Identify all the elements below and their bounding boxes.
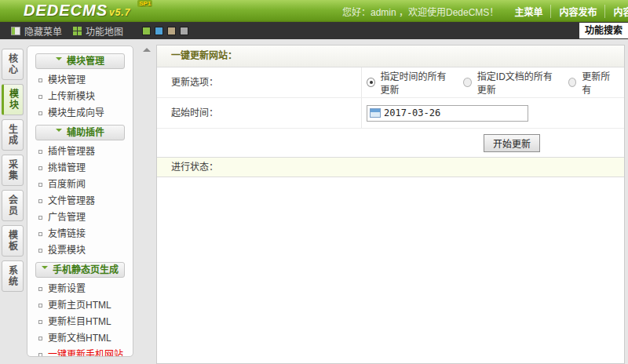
update-option-label: 更新选项： (157, 67, 362, 97)
status-title: 进行状态： (157, 157, 624, 177)
tab-generate[interactable]: 生成 (2, 119, 24, 151)
start-time-label: 起始时间： (157, 98, 362, 128)
bullet-icon (38, 304, 42, 308)
bullet-icon (38, 111, 42, 115)
sidebar-menu: 模块管理 模块管理 上传新模块 模块生成向导 辅助插件 插件管理器 挑错管理 百… (27, 46, 133, 357)
tab-template[interactable]: 模板 (2, 225, 24, 257)
bullet-icon (38, 320, 42, 324)
section-module-management[interactable]: 模块管理 (35, 53, 125, 69)
date-input-box (367, 105, 528, 122)
sidebar-item-upload-module[interactable]: 上传新模块 (27, 89, 133, 105)
update-option-row: 更新选项： 指定时间的所有更新 指定ID文档的所有更新 更新所有 (157, 67, 624, 98)
top-header: DEDECMSv5.7 SP1 您好：admin ，欢迎使用DedeCMS！ 主… (0, 0, 628, 22)
sidebar-item-update-home-html[interactable]: 更新主页HTML (27, 297, 133, 314)
tab-collect[interactable]: 采集 (2, 155, 24, 186)
side-tabs: 核心 模块 生成 采集 会员 模板 系统 (2, 49, 25, 296)
section-auxiliary-plugins[interactable]: 辅助插件 (35, 125, 125, 140)
theme-swatch-blue[interactable] (155, 27, 163, 35)
bullet-icon (38, 95, 42, 99)
start-time-row: 起始时间： (157, 98, 624, 129)
radio-update-all[interactable]: 更新所有 (568, 69, 614, 96)
sidebar-item-baidu-news[interactable]: 百度新闻 (27, 177, 133, 193)
panel-title: 一键更新网站： (157, 46, 624, 67)
dedecms-admin-page: DEDECMSv5.7 SP1 您好：admin ，欢迎使用DedeCMS！ 主… (0, 0, 628, 364)
sidebar-item-vote-module[interactable]: 投票模块 (27, 242, 133, 259)
button-row: 开始更新 (157, 129, 624, 157)
theme-swatch-green[interactable] (142, 27, 151, 35)
function-map-label: 功能地图 (86, 24, 123, 38)
radio-unselected-icon (568, 78, 576, 87)
header-menu: 主菜单 内容发布 内容维护 系统 (506, 5, 628, 16)
menu-item-main-menu[interactable]: 主菜单 (506, 5, 550, 18)
bullet-icon (38, 78, 42, 82)
version-label: v5.7 (109, 7, 130, 18)
tab-core[interactable]: 核心 (2, 49, 24, 80)
sidebar-item-update-doc-html[interactable]: 更新文档HTML (27, 330, 133, 347)
theme-color-swatches (142, 27, 192, 35)
sidebar-item-file-manager[interactable]: 文件管理器 (27, 193, 133, 209)
radio-selected-icon (367, 78, 375, 87)
header-right: 您好：admin ，欢迎使用DedeCMS！ 主菜单 内容发布 内容维护 系统 (342, 0, 628, 22)
theme-swatch-gray[interactable] (180, 27, 188, 35)
bullet-icon (38, 150, 42, 154)
tab-member[interactable]: 会员 (2, 190, 24, 221)
hide-menu-icon (11, 27, 20, 35)
menu-scroll-up-arrow[interactable] (143, 48, 151, 52)
sp1-badge: SP1 (137, 0, 152, 7)
function-search-button[interactable]: 功能搜索 (579, 23, 628, 38)
sidebar-item-plugin-manager[interactable]: 插件管理器 (27, 144, 133, 160)
toolbar: 隐藏菜单 功能地图 功能搜索 (0, 22, 628, 39)
hide-menu-label: 隐藏菜单 (24, 24, 62, 38)
function-map-icon (73, 27, 82, 35)
tab-module[interactable]: 模块 (2, 84, 24, 115)
radio-unselected-icon (463, 78, 472, 87)
bullet-icon (38, 287, 42, 291)
update-option-value: 指定时间的所有更新 指定ID文档的所有更新 更新所有 (362, 67, 624, 97)
sidebar-item-module-wizard[interactable]: 模块生成向导 (27, 105, 133, 122)
bullet-icon (38, 216, 42, 220)
sidebar-item-update-settings[interactable]: 更新设置 (27, 281, 133, 297)
greeting-text: 您好：admin ，欢迎使用DedeCMS！ (342, 5, 498, 18)
section-mobile-static-pages[interactable]: 手机静态页生成 (35, 262, 125, 278)
bullet-icon (38, 166, 42, 170)
dedecms-logo: DEDECMSv5.7 SP1 (24, 2, 130, 20)
menu-item-content-maintain[interactable]: 内容维护 (604, 5, 628, 18)
function-map-button[interactable]: 功能地图 (73, 24, 123, 38)
sidebar-item-module-manage[interactable]: 模块管理 (27, 72, 133, 89)
chevron-down-icon (42, 266, 48, 272)
bullet-icon (38, 353, 42, 357)
bullet-icon (38, 199, 42, 203)
main-panel: 一键更新网站： 更新选项： 指定时间的所有更新 指定ID文档的所有更新 更新所有 (156, 45, 625, 364)
sidebar-item-ad-manage[interactable]: 广告管理 (27, 209, 133, 226)
chevron-down-icon (56, 129, 62, 135)
hide-menu-button[interactable]: 隐藏菜单 (11, 24, 62, 38)
bullet-icon (38, 232, 42, 236)
tab-system[interactable]: 系统 (2, 260, 24, 292)
bullet-icon (38, 337, 42, 340)
start-date-input[interactable] (384, 107, 509, 118)
menu-item-content-publish[interactable]: 内容发布 (550, 5, 604, 18)
chevron-down-icon (56, 57, 62, 64)
bullet-icon (38, 183, 42, 187)
sidebar-item-one-click-update-mobile[interactable]: 一键更新手机网站 (27, 347, 133, 357)
sidebar-item-error-report[interactable]: 挑错管理 (27, 160, 133, 177)
start-time-value (362, 98, 624, 128)
radio-update-by-id[interactable]: 指定ID文档的所有更新 (463, 69, 558, 96)
theme-swatch-tan[interactable] (167, 27, 176, 35)
bullet-icon (38, 249, 42, 253)
sidebar-item-update-column-html[interactable]: 更新栏目HTML (27, 314, 133, 330)
logo-text: DEDECMS (24, 2, 108, 19)
start-update-button[interactable]: 开始更新 (484, 134, 540, 152)
sidebar-item-friend-links[interactable]: 友情链接 (27, 226, 133, 242)
calendar-icon[interactable] (370, 108, 381, 118)
radio-update-by-time[interactable]: 指定时间的所有更新 (367, 69, 453, 96)
